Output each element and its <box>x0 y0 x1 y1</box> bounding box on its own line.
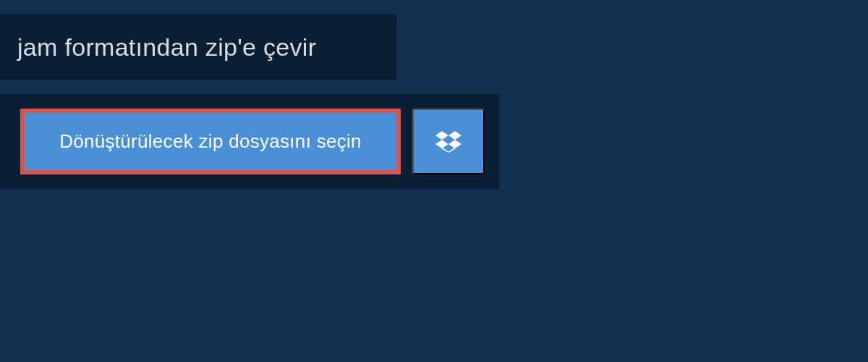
header-box: jam formatından zip'e çevir <box>0 14 396 80</box>
page-title: jam formatından zip'e çevir <box>17 33 316 62</box>
upload-section: Dönüştürülecek zip dosyasını seçin <box>0 94 499 189</box>
select-file-label: Dönüştürülecek zip dosyasını seçin <box>59 130 362 153</box>
dropbox-icon <box>435 129 461 155</box>
select-file-button[interactable]: Dönüştürülecek zip dosyasını seçin <box>20 109 401 174</box>
dropbox-button[interactable] <box>412 109 485 174</box>
